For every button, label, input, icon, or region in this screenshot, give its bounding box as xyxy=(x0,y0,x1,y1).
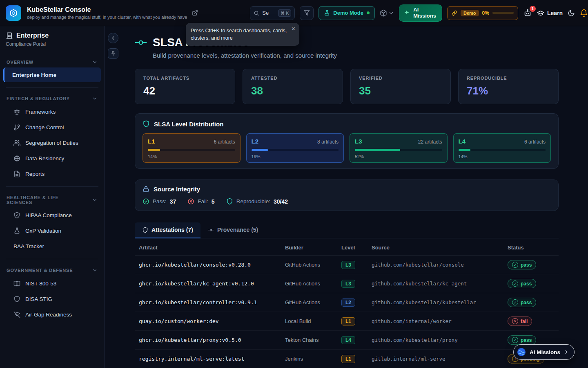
sidebar-item-gxp-validation[interactable]: GxP Validation xyxy=(0,223,104,238)
table-row[interactable]: ghcr.io/kubestellar/proxy:v0.5.0 Tekton … xyxy=(135,331,559,350)
shield-icon xyxy=(13,296,20,303)
external-link-button[interactable] xyxy=(192,10,198,16)
chevron-right-icon xyxy=(564,349,569,355)
level-progress-fill xyxy=(148,149,160,151)
stat-value: 38 xyxy=(251,85,334,97)
sidebar-item-label: Frameworks xyxy=(25,109,56,115)
slsa-level-card-l4: L46 artifacts 14% xyxy=(453,133,551,163)
sidebar-item-frameworks[interactable]: Frameworks xyxy=(0,104,104,119)
integrity-fail: Fail: 5 xyxy=(187,198,214,205)
pin-sidebar-button[interactable] xyxy=(108,48,118,59)
sidebar-collapse-button[interactable] xyxy=(108,33,118,43)
sidebar-item-hipaa-compliance[interactable]: HIPAA Compliance xyxy=(0,207,104,223)
chevron-down-icon xyxy=(92,59,98,65)
section-overview: OVERVIEW Enterprise Home xyxy=(0,56,104,82)
users-icon xyxy=(13,139,20,146)
level-name: L4 xyxy=(459,138,466,145)
demo-mode-toggle[interactable]: Demo Mode xyxy=(318,6,375,20)
table-row[interactable]: registry.internal/ml-serve:latest Jenkin… xyxy=(135,350,559,368)
sidebar-item-air-gap-readiness[interactable]: Air-Gap Readiness xyxy=(0,307,104,322)
git-commit-icon xyxy=(135,36,147,49)
divider xyxy=(6,259,98,259)
table-row[interactable]: ghcr.io/kubestellar/console:v0.28.0 GitH… xyxy=(135,256,559,274)
tooltip-close-button[interactable]: ✕ xyxy=(291,26,296,32)
sidebar-item-segregation-of-duties[interactable]: Segregation of Duties xyxy=(0,135,104,150)
notifications-button[interactable] xyxy=(580,9,588,17)
source-integrity-panel: Source Integrity Pass: 37 Fail: 5 xyxy=(135,180,559,211)
theme-toggle-button[interactable] xyxy=(568,9,575,17)
stat-value: 35 xyxy=(359,85,442,97)
section-header-overview[interactable]: OVERVIEW xyxy=(0,56,104,67)
app-identity: KubeStellar Console deploy and manage th… xyxy=(27,6,187,20)
sidebar-item-nist-800-53[interactable]: NIST 800-53 xyxy=(0,276,104,291)
source-cell: github.com/kubestellar/kc-agent xyxy=(372,280,508,287)
section-header-government[interactable]: GOVERNMENT & DEFENSE xyxy=(0,264,104,276)
artifact-cell: ghcr.io/kubestellar/proxy:v0.5.0 xyxy=(139,337,285,343)
org-subtitle: Compliance Portal xyxy=(6,41,98,47)
reproducible-label: Reproducible: xyxy=(236,198,270,204)
git-commit-icon xyxy=(208,227,214,233)
table-row[interactable]: ghcr.io/kubestellar/kc-agent:v0.12.0 Git… xyxy=(135,274,559,293)
stat-card-attested: ATTESTED 38 xyxy=(243,69,343,104)
sidebar-item-change-control[interactable]: Change Control xyxy=(0,119,104,135)
table-header-row: Artifact Builder Level Source Status xyxy=(135,240,559,256)
app-title: KubeStellar Console xyxy=(27,6,187,13)
stat-card-reproducible: REPRODUCIBLE 71% xyxy=(458,69,559,104)
filter-button[interactable] xyxy=(300,6,314,20)
kubestellar-logo[interactable] xyxy=(6,5,21,21)
reproducible-value: 30/42 xyxy=(274,198,288,205)
search-tooltip-text: Press Ctrl+K to search dashboards, cards… xyxy=(191,28,287,41)
source-cell: github.com/kubestellar/kubestellar xyxy=(372,299,508,305)
tab-attestations[interactable]: Attestations (7) xyxy=(135,222,200,238)
search-value: Se xyxy=(262,10,275,16)
sidebar: Enterprise Compliance Portal OVERVIEW En… xyxy=(0,26,105,368)
section-title: FINTECH & REGULATORY xyxy=(7,96,70,101)
demo-progress-pill[interactable]: Demo 0% xyxy=(447,6,518,20)
globe-icon xyxy=(517,347,526,357)
status-badge: pass xyxy=(508,335,536,345)
source-cell: github.com/kubestellar/console xyxy=(372,262,508,268)
scale-icon xyxy=(13,108,20,115)
tab-provenance[interactable]: Provenance (5) xyxy=(200,222,265,238)
sidebar-item-baa-tracker[interactable]: BAA Tracker xyxy=(0,238,104,254)
status-badge: fail xyxy=(508,316,532,326)
table-row[interactable]: ghcr.io/kubestellar/controller:v0.9.1 Gi… xyxy=(135,293,559,312)
sidebar-item-label: HIPAA Compliance xyxy=(25,212,72,218)
section-header-fintech[interactable]: FINTECH & REGULATORY xyxy=(0,92,104,104)
sidebar-item-data-residency[interactable]: Data Residency xyxy=(0,150,104,166)
section-government: GOVERNMENT & DEFENSE NIST 800-53 DISA ST… xyxy=(0,264,104,322)
demo-percent: 0% xyxy=(482,10,489,16)
assistant-robot-button[interactable]: 1 xyxy=(523,9,532,18)
building-icon xyxy=(6,32,13,39)
table-row[interactable]: quay.io/custom/worker:dev Local Build L1… xyxy=(135,312,559,331)
sidebar-item-enterprise-home[interactable]: Enterprise Home xyxy=(3,67,101,82)
panel-title: SLSA Level Distribution xyxy=(154,121,223,128)
ai-missions-fab[interactable]: AI Missions xyxy=(513,344,575,360)
flask-icon xyxy=(13,227,20,234)
col-artifact: Artifact xyxy=(139,245,285,251)
slsa-level-card-l2: L28 artifacts 19% xyxy=(246,133,344,163)
level-progress-track xyxy=(459,149,546,151)
global-search-input[interactable]: Se ⌘ K xyxy=(250,6,295,20)
search-tooltip: Press Ctrl+K to search dashboards, cards… xyxy=(186,23,299,46)
level-percent: 14% xyxy=(148,154,235,159)
sidebar-item-disa-stig[interactable]: DISA STIG xyxy=(0,291,104,307)
sidebar-item-reports[interactable]: Reports xyxy=(0,166,104,182)
fab-label: AI Missions xyxy=(530,349,560,355)
search-shortcut-kbd: ⌘ K xyxy=(278,9,291,17)
section-header-healthcare[interactable]: HEALTHCARE & LIFE SCIENCES xyxy=(0,192,104,207)
level-artifacts: 6 artifacts xyxy=(214,139,235,145)
flask-icon xyxy=(324,10,330,16)
search-icon xyxy=(254,10,259,16)
sidebar-item-label: Reports xyxy=(25,171,45,177)
ai-missions-button[interactable]: AI Missions xyxy=(399,4,442,22)
book-open-icon xyxy=(13,280,20,287)
sidebar-item-label: GxP Validation xyxy=(25,228,61,234)
tab-label: Provenance (5) xyxy=(217,227,258,233)
integrity-reproducible: Reproducible: 30/42 xyxy=(226,198,288,205)
learn-button[interactable]: Learn xyxy=(537,9,563,17)
chevron-down-icon xyxy=(92,197,98,203)
sparkle-icon xyxy=(403,9,410,16)
attestations-table: Artifact Builder Level Source Status ghc… xyxy=(135,240,559,368)
cluster-selector[interactable] xyxy=(380,9,394,17)
